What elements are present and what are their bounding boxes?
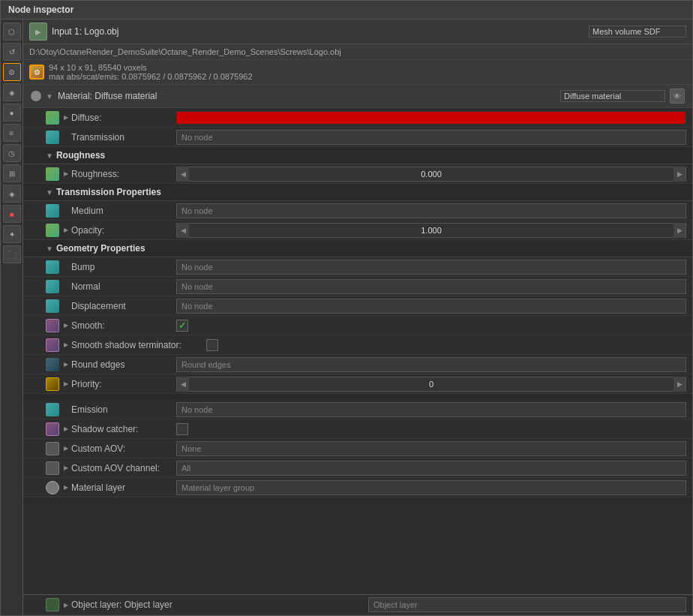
toolbar-btn-9[interactable]: ◈ [3,185,21,203]
diffuse-color-bar[interactable] [176,111,686,125]
medium-label: Medium [71,206,176,216]
roughness-increment[interactable]: ▶ [674,167,686,182]
smooth-expand[interactable]: ▶ [64,322,68,329]
displacement-dropdown[interactable]: No node [176,299,686,314]
roughness-section-header: ▼ Roughness [23,147,692,164]
custom-aov-expand[interactable]: ▶ [64,445,68,452]
inspector-body: ▼ Material: Diffuse material Diffuse mat… [23,85,692,594]
bump-icon [46,260,59,274]
emission-dropdown[interactable]: No node [176,402,686,417]
object-layer-label: Object layer: Object layer [71,599,368,610]
roughness-icon [46,167,59,181]
material-eye-button[interactable]: 👁 [670,89,685,104]
geometry-collapse-arrow[interactable]: ▼ [46,245,53,253]
custom-aov-channel-expand[interactable]: ▶ [64,464,68,471]
input-row: ▶ Input 1: Logo.obj Mesh volume SDF [23,20,692,44]
toolbar-btn-5[interactable]: ● [3,104,21,122]
round-edges-row: ▶ Round edges Round edges [23,355,692,374]
material-section-header: ▼ Material: Diffuse material Diffuse mat… [23,85,692,108]
diffuse-label: Diffuse: [71,113,176,123]
diffuse-icon [46,111,59,125]
mesh-type-dropdown[interactable]: Mesh volume SDF [589,26,686,38]
toolbar-btn-8[interactable]: ⊞ [3,164,21,182]
round-edges-expand[interactable]: ▶ [64,361,68,368]
smooth-shadow-expand[interactable]: ▶ [64,341,68,348]
material-collapse-arrow[interactable]: ▼ [46,92,53,101]
priority-slider[interactable]: ◀ 0 ▶ [176,377,686,392]
smooth-shadow-checkbox[interactable] [206,339,218,351]
toolbar-btn-settings[interactable]: ⚙ [3,63,21,81]
toolbar-btn-10[interactable]: ■ [3,205,21,223]
opacity-display: 1.000 [189,226,674,235]
roughness-expand[interactable]: ▶ [64,170,68,177]
material-type-dropdown[interactable]: Diffuse material [560,90,665,102]
priority-increment[interactable]: ▶ [674,377,686,392]
shadow-catcher-checkbox[interactable] [176,423,188,435]
bump-dropdown[interactable]: No node [176,260,686,275]
object-layer-dropdown[interactable]: Object layer [368,597,686,612]
toolbar-btn-2[interactable]: ↺ [3,43,21,61]
diffuse-value [176,111,686,125]
toolbar-btn-1[interactable]: ⬡ [3,23,21,41]
displacement-value: No node [176,299,686,314]
medium-dropdown[interactable]: No node [176,203,686,218]
toolbar-btn-6[interactable]: ≡ [3,124,21,142]
transmission-props-collapse[interactable]: ▼ [46,188,53,197]
priority-icon [46,377,59,391]
toolbar-btn-4[interactable]: ◈ [3,83,21,101]
priority-expand[interactable]: ▶ [64,380,68,387]
shadow-catcher-expand[interactable]: ▶ [64,425,68,432]
max-abs-text: max abs/scat/emis: 0.0875962 / 0.0875962… [49,72,253,81]
roughness-value: ◀ 0.000 ▶ [176,167,686,182]
toolbar-btn-11[interactable]: ✦ [3,225,21,243]
object-layer-bar: ▶ Object layer: Object layer Object laye… [23,594,692,615]
file-info-text: 94 x 10 x 91, 85540 voxels max abs/scat/… [49,63,253,81]
smooth-checkbox[interactable] [176,320,188,332]
opacity-expand[interactable]: ▶ [64,227,68,233]
title-bar: Node inspector [1,1,692,20]
normal-value: No node [176,279,686,294]
opacity-row: ▶ Opacity: ◀ 1.000 ▶ [23,221,692,240]
roughness-collapse-arrow[interactable]: ▼ [46,152,53,160]
diffuse-expand[interactable]: ▶ [64,114,68,121]
material-layer-expand[interactable]: ▶ [64,484,68,491]
diffuse-row: ▶ Diffuse: [23,108,692,128]
smooth-shadow-value [206,339,686,351]
toolbar-btn-7[interactable]: ◷ [3,144,21,162]
smooth-shadow-label: Smooth shadow terminator: [71,340,206,350]
priority-display: 0 [189,380,674,389]
input-icon[interactable]: ▶ [29,23,47,41]
object-layer-expand[interactable]: ▶ [64,602,68,608]
opacity-decrement[interactable]: ◀ [177,223,189,238]
emission-value: No node [176,402,686,417]
geometry-properties-header: ▼ Geometry Properties [23,240,692,257]
dimensions-text: 94 x 10 x 91, 85540 voxels [49,63,253,72]
transmission-dropdown[interactable]: No node [176,130,686,145]
round-edges-dropdown[interactable]: Round edges [176,357,686,372]
custom-aov-dropdown[interactable]: None [176,441,686,456]
material-layer-dropdown[interactable]: Material layer group [176,480,686,495]
round-edges-label: Round edges [71,359,176,370]
toolbar-btn-12[interactable]: ⬛ [3,245,21,263]
smooth-label: Smooth: [71,320,176,331]
roughness-decrement[interactable]: ◀ [177,167,189,182]
custom-aov-channel-dropdown[interactable]: All [176,461,686,476]
smooth-shadow-icon [46,338,59,352]
roughness-slider[interactable]: ◀ 0.000 ▶ [176,167,686,182]
opacity-increment[interactable]: ▶ [674,223,686,238]
left-toolbar: ⬡ ↺ ⚙ ◈ ● ≡ ◷ ⊞ ◈ ■ ✦ ⬛ [1,20,23,615]
material-dot [31,91,41,101]
smooth-value [176,320,686,332]
displacement-icon [46,299,59,313]
material-layer-icon [46,481,59,494]
settings-icon[interactable]: ⚙ [29,65,44,80]
roughness-display: 0.000 [189,170,674,179]
transmission-value: No node [176,130,686,145]
node-inspector-window: Node inspector ⬡ ↺ ⚙ ◈ ● ≡ ◷ ⊞ ◈ ■ ✦ ⬛ ▶… [0,0,693,616]
opacity-slider[interactable]: ◀ 1.000 ▶ [176,223,686,238]
displacement-row: ▶ Displacement No node [23,296,692,316]
bump-value: No node [176,260,686,275]
priority-decrement[interactable]: ◀ [177,377,189,392]
normal-dropdown[interactable]: No node [176,279,686,294]
window-title: Node inspector [8,5,74,15]
